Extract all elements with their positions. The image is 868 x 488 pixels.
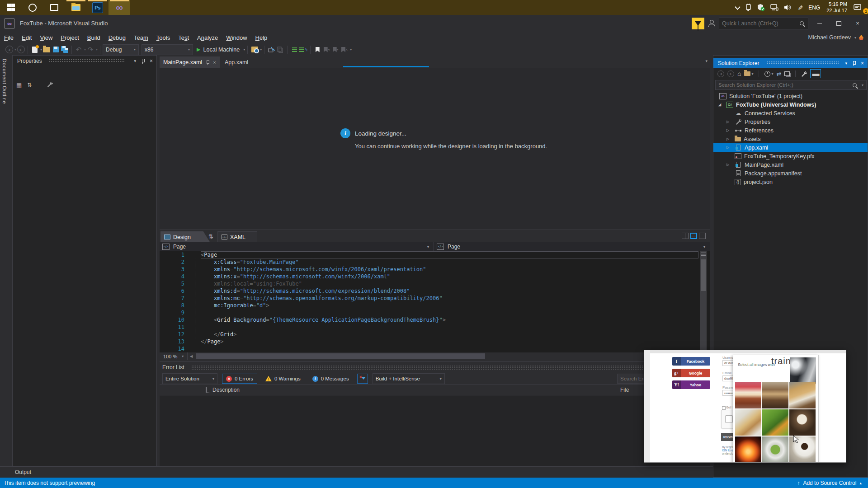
severity-column-icon[interactable]	[206, 387, 210, 393]
scrollbar-thumb[interactable]	[196, 353, 485, 359]
split-handle-icon[interactable]	[701, 253, 706, 257]
chevron-down-icon[interactable]: ▾	[427, 245, 429, 249]
show-all-files-button[interactable]: ▬	[810, 69, 821, 78]
collapsed-arrow-icon[interactable]: ▷	[726, 120, 735, 124]
green-salad-image[interactable]	[762, 409, 788, 436]
window-position-icon[interactable]: ▾	[845, 61, 847, 66]
account-area[interactable]: Michael Gordeev ▾	[808, 34, 863, 41]
code-line[interactable]: 11	[160, 324, 710, 331]
code-line[interactable]: 12 </Grid>	[160, 331, 710, 338]
menu-file[interactable]: File	[0, 33, 18, 43]
column-description[interactable]: Description	[212, 387, 240, 393]
menu-build[interactable]: Build	[83, 33, 104, 43]
errors-filter-button[interactable]: ✕ 0 Errors	[222, 374, 257, 384]
minimize-button[interactable]	[812, 18, 827, 29]
menu-analyze[interactable]: Analyze	[193, 33, 222, 43]
code-line[interactable]: 2 x:Class="FoxTube.MainPage"	[160, 258, 710, 266]
error-list-body[interactable]	[160, 395, 710, 466]
platform-dropdown[interactable]: x86▾	[142, 44, 193, 55]
document-outline-tab[interactable]: Document Outline	[2, 59, 7, 104]
pin-icon[interactable]	[141, 59, 145, 63]
column-file[interactable]: File	[620, 387, 629, 393]
pin-icon[interactable]	[205, 60, 210, 65]
tree-item-assets[interactable]: ▷Assets	[713, 135, 868, 143]
tree-item-properties[interactable]: ▷Properties	[713, 117, 868, 126]
xaml-designer-pane[interactable]: i Loading designer... You can continue w…	[160, 68, 710, 230]
restore-button[interactable]	[831, 18, 846, 29]
strawberry-cake-image[interactable]	[735, 382, 761, 408]
zoom-dropdown[interactable]: 100 % ▾	[160, 352, 188, 360]
chevron-down-icon[interactable]: ▾	[260, 47, 262, 52]
menu-tools[interactable]: Tools	[152, 33, 174, 43]
scope-dropdown[interactable]: Entire Solution▾	[162, 373, 217, 384]
cortana-button[interactable]	[22, 0, 43, 15]
code-line[interactable]: 1<Page	[160, 251, 710, 258]
tree-item-mainpage-xaml[interactable]: ▷MainPage.xaml	[713, 160, 868, 169]
quick-launch-input[interactable]	[719, 20, 800, 27]
vs-title-bar[interactable]: ∞ FoxTube - Microsoft Visual Studio ×	[0, 15, 868, 32]
clear-bookmarks-button[interactable]: ×	[340, 45, 349, 55]
collapsed-arrow-icon[interactable]: ▷	[726, 128, 735, 132]
scrollbar-thumb[interactable]	[701, 259, 706, 291]
pancakes-coffee-image[interactable]	[789, 382, 816, 408]
tree-item-references[interactable]: ▷References	[713, 126, 868, 135]
feedback-flag-button[interactable]	[692, 18, 704, 29]
code-line[interactable]: 5 xmlns:local="using:FoxTube"	[160, 280, 710, 287]
forward-button[interactable]: ▸	[727, 70, 734, 78]
breakfast-plate-image[interactable]	[735, 409, 761, 436]
toolbar-overflow-icon[interactable]: ▾	[350, 47, 352, 52]
start-debugging-button[interactable]: ▶ Local Machine ▾	[197, 45, 245, 55]
tree-item-app-xaml[interactable]: ▷App.xaml	[713, 143, 868, 152]
scroll-left-button[interactable]: ◀	[188, 352, 195, 360]
volume-tray-icon[interactable]	[781, 0, 795, 15]
horizontal-scrollbar[interactable]	[195, 352, 703, 360]
open-file-button[interactable]	[42, 45, 51, 55]
tab-mainpage-xaml[interactable]: MainPage.xaml ×	[160, 56, 220, 68]
defender-tray-icon[interactable]	[755, 0, 768, 15]
code-line[interactable]: 9	[160, 309, 710, 316]
save-button[interactable]	[51, 45, 60, 55]
task-view-button[interactable]	[43, 0, 65, 15]
xaml-tab[interactable]: </> XAML	[217, 231, 257, 243]
add-to-source-control-button[interactable]: ↑ Add to Source Control ▴	[797, 480, 862, 486]
pen-tray-icon[interactable]: ✎	[795, 0, 806, 15]
breadcrumb-left[interactable]: </> Page ▾	[160, 242, 434, 251]
find-in-files-button[interactable]	[250, 45, 259, 55]
code-line[interactable]: 14	[160, 345, 710, 352]
properties-button[interactable]	[801, 70, 807, 78]
code-line[interactable]: 4 xmlns:x="http://schemas.microsoft.com/…	[160, 273, 710, 280]
menu-test[interactable]: Test	[174, 33, 193, 43]
collapsed-arrow-icon[interactable]: ▷	[726, 145, 735, 150]
search-icon[interactable]	[853, 83, 857, 87]
close-button[interactable]: ×	[850, 18, 865, 29]
search-icon[interactable]	[800, 21, 804, 25]
navigate-forward-button[interactable]: ▸	[16, 45, 25, 55]
navigate-back-button[interactable]: ◂	[5, 45, 14, 55]
collapse-all-button[interactable]	[784, 70, 790, 78]
alphabetical-sort-icon[interactable]: ⇅	[27, 82, 32, 88]
recaptcha-checkbox[interactable]	[725, 415, 733, 423]
code-line[interactable]: 10 <Grid Background="{ThemeResource Appl…	[160, 316, 710, 324]
chevron-down-icon[interactable]: ▾	[862, 83, 863, 87]
collapse-pane-button[interactable]	[699, 233, 706, 239]
source-dropdown[interactable]: Build + IntelliSense▾	[373, 373, 445, 384]
xaml-code-editor[interactable]: 1<Page2 x:Class="FoxTube.MainPage"3 xmln…	[160, 251, 710, 352]
properties-title-bar[interactable]: Properties ▾ ×	[13, 56, 156, 66]
usb-tray-icon[interactable]	[742, 0, 755, 15]
document-well-overflow-icon[interactable]: ▾	[705, 59, 708, 63]
design-tab[interactable]: Design	[160, 231, 210, 243]
google-login-button[interactable]: g+ Google	[672, 369, 710, 377]
code-line[interactable]: 8 mc:Ignorable="d">	[160, 302, 710, 309]
home-button[interactable]: ⌂	[737, 70, 741, 78]
save-all-button[interactable]	[60, 45, 69, 55]
back-button[interactable]: ◂	[717, 70, 724, 78]
new-project-button[interactable]	[30, 45, 39, 55]
vertical-scrollbar[interactable]	[700, 251, 707, 352]
start-button[interactable]	[0, 0, 22, 15]
glowing-bowl-image[interactable]	[735, 436, 761, 463]
code-line[interactable]: 3 xmlns="http://schemas.microsoft.com/wi…	[160, 266, 710, 273]
menu-help[interactable]: Help	[251, 33, 272, 43]
pending-changes-filter-button[interactable]: ▾	[764, 70, 773, 78]
code-line[interactable]: 6 xmlns:d="http://schemas.microsoft.com/…	[160, 287, 710, 295]
menu-debug[interactable]: Debug	[104, 33, 130, 43]
